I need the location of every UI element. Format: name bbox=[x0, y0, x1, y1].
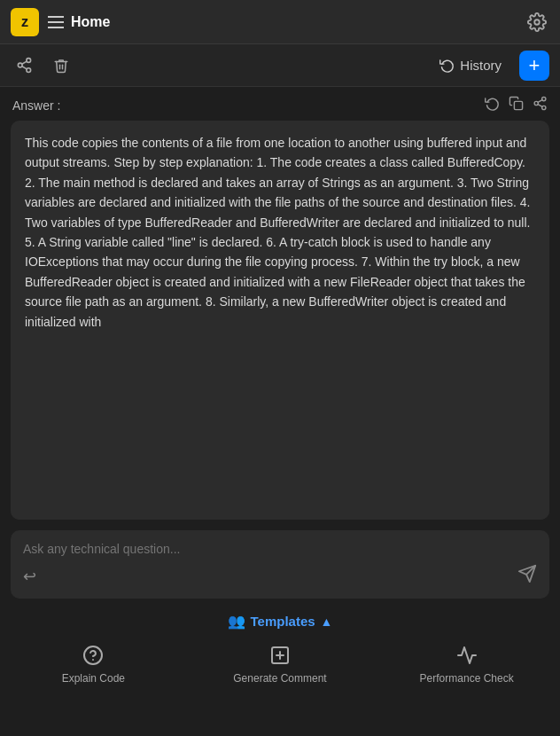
templates-label[interactable]: Templates bbox=[251, 614, 315, 629]
bottom-nav: Explain Code Generate Comment Performanc… bbox=[0, 635, 560, 695]
svg-line-5 bbox=[21, 61, 26, 64]
templates-icon: 👥 bbox=[228, 613, 245, 630]
nav-item-explain-code[interactable]: Explain Code bbox=[40, 642, 146, 685]
svg-line-10 bbox=[538, 105, 542, 107]
explain-code-label: Explain Code bbox=[62, 672, 125, 685]
gear-icon[interactable] bbox=[525, 10, 549, 35]
generate-comment-icon bbox=[267, 642, 293, 669]
nav-item-performance-check[interactable]: Performance Check bbox=[414, 642, 520, 685]
generate-comment-label: Generate Comment bbox=[233, 672, 326, 685]
svg-line-11 bbox=[538, 100, 542, 103]
hamburger-menu[interactable] bbox=[48, 16, 64, 28]
svg-line-4 bbox=[21, 67, 26, 69]
answer-header: Answer : bbox=[0, 87, 560, 121]
copy-icon[interactable] bbox=[509, 96, 524, 115]
share-icon[interactable] bbox=[11, 52, 37, 79]
share-answer-icon[interactable] bbox=[533, 96, 548, 115]
nav-item-generate-comment[interactable]: Generate Comment bbox=[227, 642, 333, 685]
chevron-up-icon[interactable]: ▲ bbox=[321, 615, 333, 629]
undo-icon[interactable]: ↩ bbox=[23, 567, 36, 586]
templates-bar: 👥 Templates ▲ bbox=[0, 604, 560, 635]
refresh-icon[interactable] bbox=[485, 96, 500, 115]
send-icon[interactable] bbox=[517, 564, 537, 588]
history-button[interactable]: History bbox=[432, 54, 509, 76]
history-label: History bbox=[460, 58, 502, 73]
svg-point-0 bbox=[534, 20, 540, 25]
answer-content: This code copies the contents of a file … bbox=[11, 121, 549, 520]
add-button[interactable]: + bbox=[519, 51, 549, 81]
svg-rect-6 bbox=[514, 101, 522, 109]
performance-check-label: Performance Check bbox=[420, 672, 514, 685]
performance-check-icon bbox=[454, 642, 480, 669]
header: z Home bbox=[0, 0, 560, 44]
question-input[interactable] bbox=[23, 542, 537, 556]
explain-code-icon bbox=[80, 642, 106, 669]
input-area: ↩ bbox=[11, 530, 549, 599]
delete-icon[interactable] bbox=[48, 52, 74, 79]
header-title: Home bbox=[71, 14, 110, 30]
answer-label: Answer : bbox=[12, 98, 60, 113]
avatar: z bbox=[11, 8, 39, 36]
toolbar: History + bbox=[0, 44, 560, 87]
